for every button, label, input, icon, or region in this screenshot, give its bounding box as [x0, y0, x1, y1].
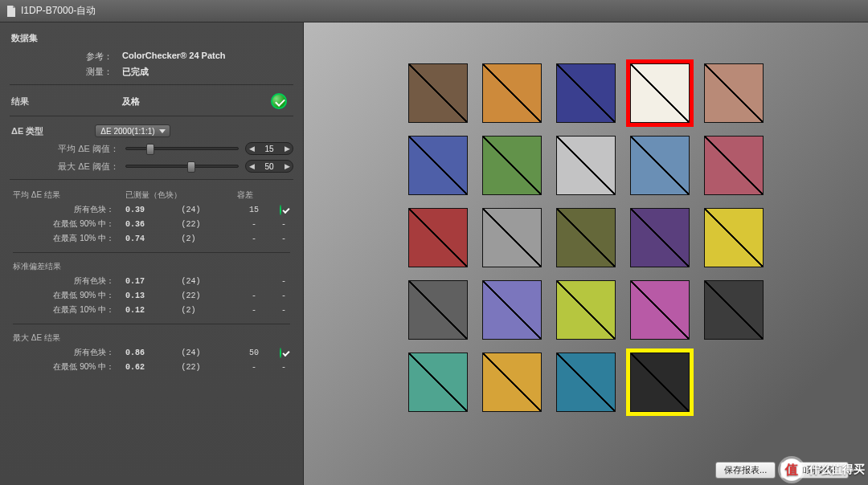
- color-swatch[interactable]: [478, 204, 546, 271]
- table-row: 所有色块：0.39(24)15: [10, 202, 293, 217]
- row-value: 0.86: [122, 345, 178, 360]
- color-swatch[interactable]: [404, 348, 472, 416]
- add-to-trend-button[interactable]: 添加到"趋势": [780, 462, 849, 479]
- max-threshold-value: 50: [257, 162, 281, 171]
- row-tolerance: 50: [234, 345, 274, 360]
- left-panel: 数据集 参考： ColorChecker® 24 Patch 测量： 已完成 结…: [0, 22, 304, 485]
- swatch-inner: [556, 208, 616, 267]
- right-panel: 保存报表... 添加到"趋势" 值 什么值得买: [304, 22, 868, 485]
- color-swatch[interactable]: [404, 59, 472, 127]
- color-swatch[interactable]: [700, 59, 768, 127]
- avg-section-heading: 平均 ΔE 结果: [10, 188, 122, 202]
- swatch-inner: [408, 208, 468, 267]
- row-pass: [274, 202, 293, 217]
- row-count: (2): [178, 303, 235, 317]
- table-row: 在最高 10% 中：0.12(2)--: [10, 303, 293, 317]
- dataset-reference: 参考： ColorChecker® 24 Patch: [10, 51, 293, 63]
- max-threshold-slider[interactable]: [125, 165, 239, 168]
- row-value: 0.12: [122, 303, 178, 317]
- stepper-down-icon[interactable]: ◀: [246, 145, 257, 153]
- row-pass: [274, 345, 293, 360]
- swatch-inner: [704, 136, 764, 195]
- de-type-row: ΔE 类型 ΔE 2000(1:1:1): [10, 124, 293, 137]
- row-tolerance: 15: [234, 202, 274, 217]
- color-swatch[interactable]: [404, 204, 472, 271]
- avg-threshold-row: 平均 ΔE 阈值： ◀ 15 ▶: [10, 142, 293, 155]
- row-value: 0.36: [122, 217, 178, 231]
- reference-value: ColorChecker® 24 Patch: [122, 51, 226, 63]
- color-swatch[interactable]: [478, 276, 546, 344]
- color-swatch[interactable]: [626, 276, 694, 344]
- color-swatch[interactable]: [478, 348, 546, 416]
- color-swatch[interactable]: [626, 59, 694, 127]
- row-pass: -: [274, 303, 293, 317]
- color-swatch[interactable]: [626, 204, 694, 271]
- swatch-inner: [408, 63, 468, 123]
- stepper-up-icon[interactable]: ▶: [281, 162, 293, 170]
- row-label: 在最高 10% 中：: [10, 231, 122, 246]
- stepper-up-icon[interactable]: ▶: [281, 145, 293, 153]
- row-label: 在最低 90% 中：: [10, 288, 122, 303]
- swatch-inner: [408, 280, 468, 340]
- color-swatch[interactable]: [478, 132, 546, 199]
- measure-value: 已完成: [122, 66, 149, 78]
- max-threshold-stepper[interactable]: ◀ 50 ▶: [245, 160, 293, 173]
- pass-icon: [271, 93, 287, 109]
- de-type-dropdown[interactable]: ΔE 2000(1:1:1): [95, 124, 170, 137]
- color-swatch[interactable]: [552, 59, 620, 127]
- row-tolerance: -: [234, 360, 274, 374]
- swatch-inner: [408, 136, 468, 195]
- swatch-inner: [630, 208, 690, 267]
- swatch-inner: [704, 280, 764, 340]
- col-measured: 已测量（色块）: [122, 188, 234, 202]
- color-swatch[interactable]: [478, 59, 546, 127]
- table-row: 在最低 90% 中：0.13(22)--: [10, 288, 293, 303]
- row-label: 在最低 90% 中：: [10, 360, 122, 374]
- save-report-button[interactable]: 保存报表...: [715, 462, 776, 479]
- swatch-inner: [630, 136, 690, 195]
- row-value: 0.17: [122, 274, 178, 288]
- swatch-inner: [556, 353, 616, 412]
- swatch-inner: [704, 63, 764, 123]
- max-threshold-row: 最大 ΔE 阈值： ◀ 50 ▶: [10, 160, 293, 173]
- row-value: 0.62: [122, 360, 178, 374]
- pass-icon: [280, 348, 281, 358]
- color-checker-grid: [404, 59, 768, 416]
- swatch-inner: [556, 280, 616, 340]
- color-swatch[interactable]: [626, 348, 694, 416]
- color-swatch[interactable]: [626, 132, 694, 199]
- result-label: 结果: [10, 96, 122, 108]
- color-swatch[interactable]: [552, 276, 620, 344]
- row-label: 在最低 90% 中：: [10, 217, 122, 231]
- color-swatch[interactable]: [552, 348, 620, 416]
- max-section-heading: 最大 ΔE 结果: [10, 331, 122, 345]
- color-swatch[interactable]: [552, 132, 620, 199]
- row-pass: -: [274, 231, 293, 246]
- swatch-inner: [556, 63, 616, 123]
- row-label: 所有色块：: [10, 345, 122, 360]
- avg-threshold-value: 15: [257, 145, 281, 153]
- color-swatch[interactable]: [700, 132, 768, 199]
- swatch-inner: [482, 353, 542, 412]
- row-label: 所有色块：: [10, 202, 122, 217]
- row-count: (24): [178, 274, 235, 288]
- row-pass: -: [274, 217, 293, 231]
- row-tolerance: -: [234, 288, 274, 303]
- stepper-down-icon[interactable]: ◀: [246, 162, 257, 170]
- color-swatch[interactable]: [404, 276, 472, 344]
- row-pass: -: [274, 360, 293, 374]
- swatch-inner: [630, 63, 690, 123]
- row-pass: -: [274, 288, 293, 303]
- avg-threshold-slider[interactable]: [125, 147, 239, 150]
- results-table: 平均 ΔE 结果 已测量（色块） 容差 所有色块：0.39(24)15在最低 9…: [10, 188, 293, 374]
- row-value: 0.74: [122, 231, 178, 246]
- avg-threshold-label: 平均 ΔE 阈值：: [10, 143, 119, 155]
- color-swatch[interactable]: [552, 204, 620, 271]
- color-swatch[interactable]: [700, 204, 768, 271]
- color-swatch[interactable]: [700, 276, 768, 344]
- color-swatch[interactable]: [404, 132, 472, 199]
- row-value: 0.13: [122, 288, 178, 303]
- row-count: (24): [178, 202, 235, 217]
- avg-threshold-stepper[interactable]: ◀ 15 ▶: [245, 142, 293, 155]
- row-count: (2): [178, 231, 235, 246]
